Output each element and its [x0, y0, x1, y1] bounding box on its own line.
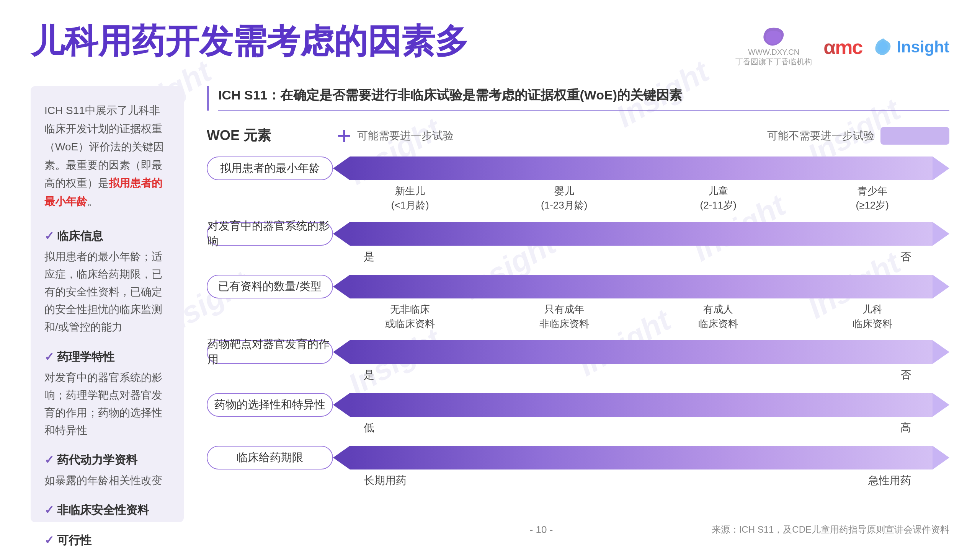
woe-block-4: 药物靶点对器官发育的作用 是 否 — [207, 339, 949, 388]
woe-row-6: 临床给药期限 — [207, 444, 949, 471]
clinical-content: 拟用患者的最小年龄；适应症，临床给药期限，已有的安全性资料，已确定的安全性担忧的… — [44, 248, 170, 336]
title-underline — [218, 110, 949, 111]
left-intro-text: ICH S11中展示了儿科非临床开发计划的证据权重（WoE）评价法的关键因素。最… — [44, 101, 170, 211]
content-area: ICH S11中展示了儿科非临床开发计划的证据权重（WoE）评价法的关键因素。最… — [31, 86, 949, 522]
safety-title: ✓非临床安全性资料 — [44, 500, 170, 520]
header: 儿科用药开发需考虑的因素多 WWW.DXY.CN 丁香园旗下丁香临机构 αmc — [31, 23, 949, 67]
arrow-body-2 — [350, 222, 933, 246]
woe-pill-5: 药物的选择性和特异性 — [207, 393, 333, 417]
col-header-woe: WOE 元素 — [207, 126, 337, 145]
sv-right-2: 否 — [637, 249, 949, 264]
check-icon-3: ✓ — [44, 453, 54, 466]
col-header-row: WOE 元素 + 可能需要进一步试验 可能不需要进一步试验 — [207, 124, 949, 147]
sv-right-4: 否 — [637, 368, 949, 382]
sub-values-3: 无非临床或临床资料 只有成年非临床资料 有成人临床资料 儿科临床资料 — [333, 302, 949, 331]
arrow-head-right-6 — [933, 446, 949, 469]
sv-right-6: 急性用药 — [637, 473, 949, 488]
right-title: ICH S11：在确定是否需要进行非临床试验是需考虑的证据权重(WoE)的关键因… — [218, 86, 949, 104]
arrow-head-left-3 — [333, 275, 350, 298]
left-section-clinical: ✓临床信息 拟用患者的最小年龄；适应症，临床给药期限，已有的安全性资料，已确定的… — [44, 226, 170, 336]
left-panel: ICH S11中展示了儿科非临床开发计划的证据权重（WoE）评价法的关键因素。最… — [31, 86, 184, 522]
arrow-head-left-2 — [333, 222, 350, 246]
dxy-url: WWW.DXY.CN — [748, 48, 799, 57]
insight-label: Insight — [897, 38, 949, 56]
arrow-body-5 — [350, 393, 933, 417]
woe-pill-2: 对发育中的器官系统的影响 — [207, 222, 333, 246]
woe-block-1: 拟用患者的最小年龄 新生儿(<1月龄) 婴儿(1-23月龄) 儿童(2-11岁)… — [207, 155, 949, 217]
arrow-head-right-2 — [933, 222, 949, 246]
sub-val-3-3: 有成人临床资料 — [641, 302, 795, 331]
woe-pill-1: 拟用患者的最小年龄 — [207, 156, 333, 180]
simple-vals-2: 是 否 — [333, 249, 949, 264]
simple-vals-4: 是 否 — [333, 368, 949, 382]
woe-row-4: 药物靶点对器官发育的作用 — [207, 339, 949, 365]
arrow-body-1 — [350, 156, 933, 180]
sv-left-6: 长期用药 — [333, 473, 637, 488]
amc-text: mc — [835, 36, 862, 58]
woe-block-2: 对发育中的器官系统的影响 是 否 — [207, 220, 949, 269]
sv-right-5: 高 — [637, 421, 949, 435]
source-text: 来源：ICH S11，及CDE儿童用药指导原则宣讲会课件资料 — [712, 523, 949, 536]
woe-pill-6: 临床给药期限 — [207, 446, 333, 469]
check-icon-4: ✓ — [44, 504, 54, 516]
sub-val-1-2: 婴儿(1-23月龄) — [487, 184, 642, 213]
woe-block-3: 已有资料的数量/类型 无非临床或临床资料 只有成年非临床资料 有成人临床资料 儿… — [207, 273, 949, 335]
left-section-pk: ✓药代动力学资料 如暴露的年龄相关性改变 — [44, 450, 170, 489]
col-header-plus-area: + 可能需要进一步试验 可能不需要进一步试验 — [337, 124, 949, 148]
sub-val-3-2: 只有成年非临床资料 — [487, 302, 642, 331]
arrow-area-2 — [333, 222, 949, 246]
arrow-body-3 — [350, 275, 933, 298]
insight-logo: Insight — [874, 37, 949, 57]
check-icon-1: ✓ — [44, 230, 54, 242]
simple-vals-5: 低 高 — [333, 421, 949, 435]
sub-val-1-4: 青少年(≥12岁) — [795, 184, 950, 213]
woe-pill-4: 药物靶点对器官发育的作用 — [207, 340, 333, 364]
footer: - 10 - 来源：ICH S11，及CDE儿童用药指导原则宣讲会课件资料 — [0, 523, 980, 536]
left-section-pharma: ✓药理学特性 对发育中的器官系统的影响；药理学靶点对器官发育的作用；药物的选择性… — [44, 347, 170, 440]
col-header-less: 可能不需要进一步试验 — [767, 129, 874, 143]
sv-left-4: 是 — [333, 368, 637, 382]
simple-vals-6: 长期用药 急性用药 — [333, 473, 949, 488]
sub-val-1-3: 儿童(2-11岁) — [641, 184, 795, 213]
left-section-safety: ✓非临床安全性资料 — [44, 500, 170, 520]
pk-title: ✓药代动力学资料 — [44, 450, 170, 469]
pharma-content: 对发育中的器官系统的影响；药理学靶点对器官发育的作用；药物的选择性和特异性 — [44, 369, 170, 440]
arrow-head-right-1 — [933, 156, 949, 180]
arrow-head-left-4 — [333, 340, 350, 364]
sub-values-1: 新生儿(<1月龄) 婴儿(1-23月龄) 儿童(2-11岁) 青少年(≥12岁) — [333, 184, 949, 213]
page: 儿科用药开发需考虑的因素多 WWW.DXY.CN 丁香园旗下丁香临机构 αmc — [0, 0, 980, 551]
page-title: 儿科用药开发需考虑的因素多 — [31, 23, 469, 60]
insight-icon — [874, 37, 893, 57]
arrow-head-right-3 — [933, 275, 949, 298]
arrow-head-left-1 — [333, 156, 350, 180]
page-number: - 10 - — [371, 524, 711, 536]
pk-content: 如暴露的年龄相关性改变 — [44, 472, 170, 489]
dxy-logo: WWW.DXY.CN 丁香园旗下丁香临机构 — [735, 27, 812, 67]
arrow-area-6 — [333, 446, 949, 469]
woe-row-3: 已有资料的数量/类型 — [207, 273, 949, 300]
logo-area: WWW.DXY.CN 丁香园旗下丁香临机构 αmc Insight — [735, 27, 949, 67]
sub-val-1-1: 新生儿(<1月龄) — [333, 184, 487, 213]
col-header-more: 可能需要进一步试验 — [357, 129, 767, 143]
sub-val-3-1: 无非临床或临床资料 — [333, 302, 487, 331]
woe-block-6: 临床给药期限 长期用药 急性用药 — [207, 444, 949, 493]
woe-row-5: 药物的选择性和特异性 — [207, 391, 949, 418]
arrow-head-left-5 — [333, 393, 350, 417]
woe-table: 拟用患者的最小年龄 新生儿(<1月龄) 婴儿(1-23月龄) 儿童(2-11岁)… — [207, 155, 949, 522]
woe-row-2: 对发育中的器官系统的影响 — [207, 220, 949, 247]
plus-icon: + — [337, 124, 351, 148]
sub-val-3-4: 儿科临床资料 — [795, 302, 950, 331]
amc-logo: αmc — [823, 36, 862, 59]
dxy-icon — [760, 27, 787, 48]
check-icon-2: ✓ — [44, 350, 54, 363]
arrow-body-6 — [350, 446, 933, 469]
arrow-head-left-6 — [333, 446, 350, 469]
woe-row-1: 拟用患者的最小年龄 — [207, 155, 949, 182]
purple-rect — [880, 127, 949, 145]
pharma-title: ✓药理学特性 — [44, 347, 170, 367]
right-title-box: ICH S11：在确定是否需要进行非临床试验是需考虑的证据权重(WoE)的关键因… — [207, 86, 949, 111]
arrow-area-4 — [333, 340, 949, 364]
clinical-title: ✓临床信息 — [44, 226, 170, 246]
woe-pill-3: 已有资料的数量/类型 — [207, 275, 333, 298]
woe-block-5: 药物的选择性和特异性 低 高 — [207, 391, 949, 440]
